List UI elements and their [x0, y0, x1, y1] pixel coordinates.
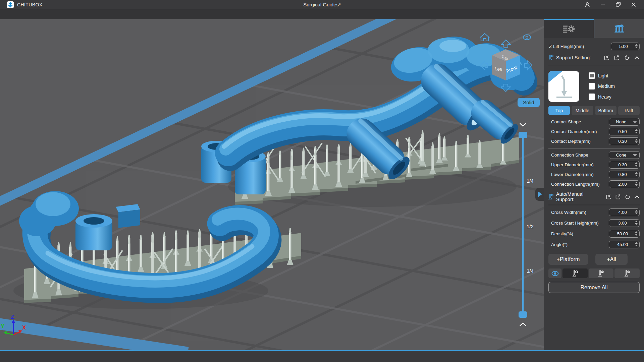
cross-start-height-input[interactable]: 3.00	[609, 219, 640, 227]
view-eye-icon	[551, 271, 559, 276]
panel-collapse-tab[interactable]	[535, 188, 544, 201]
support-edit-icon	[624, 270, 631, 277]
density-input[interactable]: 50.00	[609, 230, 640, 238]
spinner-arrows-icon[interactable]	[635, 44, 638, 48]
slider-label-quarter: 1/4	[527, 178, 534, 184]
toolbar-strip	[0, 9, 644, 19]
close-button[interactable]	[626, 0, 641, 9]
contact-depth-input[interactable]: 0.30	[609, 137, 640, 145]
connection-length-row: Connection Length(mm) 2.00	[548, 180, 640, 188]
tab-raft[interactable]: Raft	[618, 106, 640, 115]
axis-x-label: X	[22, 324, 26, 331]
restore-icon	[615, 2, 621, 7]
support-tab-icon	[613, 24, 625, 33]
contact-diameter-input[interactable]: 0.50	[609, 128, 640, 135]
divider	[548, 66, 640, 66]
support-pillar-icon	[548, 193, 553, 200]
edit-support-mode-button[interactable]	[614, 268, 640, 278]
support-remove-icon	[597, 270, 605, 277]
density-option-light[interactable]: Light	[589, 72, 615, 79]
spinner-arrows-icon[interactable]	[635, 231, 638, 236]
connection-shape-select[interactable]: Cone	[609, 151, 640, 159]
angle-input[interactable]: 45.00	[609, 241, 640, 248]
divider	[548, 205, 640, 205]
slider-label-half: 1/2	[527, 224, 534, 229]
titlebar: CHITUBOX Surgical Guides*	[0, 0, 644, 9]
cross-width-input[interactable]: 4.00	[609, 208, 640, 216]
render-mode-button[interactable]: Solid	[518, 98, 540, 107]
support-density-group: Light Medium Heavy	[548, 71, 640, 102]
tab-middle[interactable]: Middle	[572, 106, 593, 115]
contact-depth-row: Contact Depth(mm) 0.30	[548, 137, 640, 145]
view-cube[interactable]: Top Left Front	[492, 49, 520, 80]
auto-manual-header: Auto/Manual Support:	[548, 191, 640, 202]
lower-diameter-row: Lower Diameter(mm) 0.80	[548, 171, 640, 178]
spinner-arrows-icon[interactable]	[635, 162, 638, 167]
z-lift-label: Z Lift Height(mm)	[549, 44, 584, 49]
cross-width-row: Cross Width(mm) 4.00	[548, 208, 640, 216]
support-add-icon	[572, 270, 579, 277]
toggle-supports-visibility-button[interactable]	[548, 268, 561, 278]
user-account-button[interactable]	[580, 0, 595, 9]
collapse-chevron-icon[interactable]	[634, 195, 640, 199]
density-option-medium[interactable]: Medium	[589, 83, 615, 89]
z-lift-input[interactable]: 5.00	[611, 43, 640, 50]
support-panel: Z Lift Height(mm) 5.00 Support Setting:	[544, 19, 644, 350]
export-icon[interactable]	[614, 55, 620, 61]
support-section-tabs: Top Middle Bottom Raft	[548, 106, 640, 115]
tab-top[interactable]: Top	[548, 106, 570, 115]
slider-label-threequarter: 3/4	[527, 268, 534, 274]
remove-all-supports-button[interactable]: Remove All	[548, 282, 640, 293]
add-platform-supports-button[interactable]: +Platform	[548, 254, 588, 265]
restore-button[interactable]	[610, 0, 626, 9]
slider-handle-top[interactable]	[519, 132, 527, 138]
render-mode-label: Solid	[523, 100, 534, 105]
add-all-supports-button[interactable]: +All	[595, 254, 628, 265]
add-support-mode-button[interactable]	[562, 268, 588, 278]
tab-print-settings[interactable]	[544, 19, 594, 38]
angle-row: Angle(°) 45.00	[548, 241, 640, 248]
viewport-3d[interactable]: Top Left Front Solid 1/4 1/2 3/4 Z	[0, 19, 544, 350]
spinner-arrows-icon[interactable]	[635, 242, 638, 246]
connection-length-input[interactable]: 2.00	[609, 180, 640, 188]
contact-shape-select[interactable]: None	[609, 118, 640, 126]
settings-tab-icon	[562, 24, 576, 34]
lower-diameter-input[interactable]: 0.80	[609, 171, 640, 178]
contact-diameter-row: Contact Diameter(mm) 0.50	[548, 128, 640, 135]
collapse-chevron-icon[interactable]	[634, 56, 640, 60]
contact-shape-row: Contact Shape None	[548, 118, 640, 126]
minimize-button[interactable]	[595, 0, 610, 9]
export-icon[interactable]	[615, 194, 621, 200]
medium-checkbox[interactable]	[589, 83, 595, 89]
heavy-checkbox[interactable]	[589, 94, 595, 100]
spinner-arrows-icon[interactable]	[635, 139, 638, 143]
import-icon[interactable]	[606, 194, 611, 200]
dropdown-caret-icon	[633, 154, 637, 157]
delete-support-mode-button[interactable]	[589, 268, 614, 278]
spinner-arrows-icon[interactable]	[635, 129, 638, 133]
slider-handle-bottom[interactable]	[519, 311, 527, 318]
refresh-icon[interactable]	[624, 55, 630, 61]
scene: Top Left Front Solid 1/4 1/2 3/4 Z	[0, 19, 544, 350]
upper-diameter-input[interactable]: 0.30	[609, 161, 640, 169]
divider	[548, 148, 640, 148]
density-option-heavy[interactable]: Heavy	[589, 94, 615, 100]
tab-support-settings[interactable]	[594, 19, 644, 38]
support-setting-header: Support Setting:	[548, 54, 640, 62]
light-checkbox[interactable]	[589, 72, 595, 79]
spinner-arrows-icon[interactable]	[635, 221, 638, 225]
import-icon[interactable]	[604, 55, 609, 61]
connection-shape-row: Connection Shape Cone	[548, 151, 640, 159]
support-preview-image	[548, 71, 579, 102]
spinner-arrows-icon[interactable]	[635, 182, 638, 186]
support-pillar-icon	[548, 54, 553, 61]
tab-bottom[interactable]: Bottom	[595, 106, 616, 115]
status-bar	[0, 350, 644, 362]
spinner-arrows-icon[interactable]	[635, 210, 638, 214]
spinner-arrows-icon[interactable]	[635, 172, 638, 176]
refresh-icon[interactable]	[625, 194, 631, 200]
panel-tabs	[544, 19, 644, 38]
close-icon	[631, 2, 636, 7]
axis-y-label: Y	[1, 323, 5, 329]
upper-diameter-row: Upper Diameter(mm) 0.30	[548, 161, 640, 169]
